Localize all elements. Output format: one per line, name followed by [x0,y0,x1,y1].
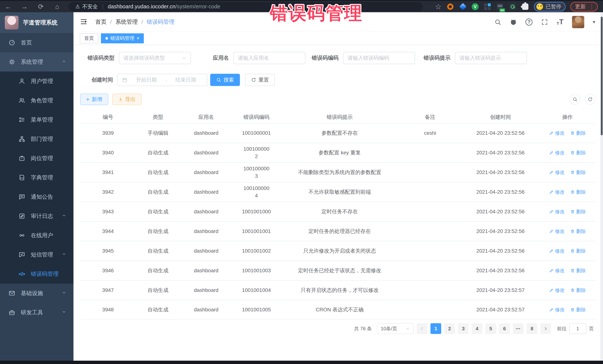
page-button-2[interactable]: 2 [444,323,455,334]
sidebar-item-7[interactable]: 字典管理 [0,168,73,187]
paused-label: 已暂停 [546,3,561,10]
tag-error-code[interactable]: 错误码管理 × [101,33,144,43]
edit-link[interactable]: 修改 [549,267,565,274]
github-icon[interactable] [510,19,517,26]
page-button-8[interactable]: 8 [527,323,537,334]
add-button[interactable]: + 新增 [80,94,108,105]
ext-grid-icon[interactable] [484,3,491,11]
sidebar-item-9[interactable]: 审计日志 [0,207,73,226]
browser-reload-icon[interactable]: ⟳ [37,3,45,11]
kebab-menu-icon[interactable]: ⋮ [589,3,595,10]
sidebar-item-4[interactable]: 菜单管理 [0,110,73,129]
fullscreen-icon[interactable] [541,19,548,26]
page-ellipsis-button[interactable]: ••• [513,323,524,334]
browser-back-icon[interactable]: ← [4,3,12,11]
edit-link[interactable]: 修改 [549,287,565,294]
column-header: 编号 [80,113,136,121]
page-button-3[interactable]: 3 [458,323,469,334]
ext-tampermonkey-icon[interactable]: on [496,3,504,11]
sidebar-item-5[interactable]: 部门管理 [0,129,73,149]
ext-green-icon[interactable]: V [472,3,479,10]
edit-link[interactable]: 修改 [549,228,565,235]
sidebar-item-2[interactable]: 用户管理 [0,72,73,91]
scrollbar-thumb[interactable] [601,17,603,135]
tag-home[interactable]: 首页 [80,33,98,43]
search-button[interactable]: 搜索 [210,74,240,86]
filter-app-input[interactable] [238,55,301,61]
prev-page-button[interactable] [417,323,428,334]
edit-link[interactable]: 修改 [549,169,565,176]
filter-hint-input[interactable] [459,55,522,61]
bookmark-star-icon[interactable]: ☆ [435,2,441,11]
delete-link[interactable]: 删除 [570,267,586,274]
ext-gem-icon[interactable] [459,3,467,11]
header-search-icon[interactable] [494,19,501,26]
edit-link[interactable]: 修改 [549,247,565,255]
sidebar-item-10[interactable]: 在线用户 [0,226,73,245]
error-code-table: 编号类型应用名错误码编码错误码提示备注创建时间操作 3939手动编辑dashbo… [80,111,596,320]
app-logo-row[interactable]: 芋道管理系统 [0,12,73,33]
delete-link[interactable]: 删除 [570,306,586,313]
date-range-picker[interactable]: 开始日期 - 结束日期 [117,74,207,86]
export-button[interactable]: 导出 [112,94,141,105]
ext-orange-icon[interactable] [446,3,454,11]
column-header: 操作 [539,113,596,121]
breadcrumb-system[interactable]: 系统管理 [116,18,138,26]
refresh-table-button[interactable] [585,94,596,105]
sidebar-item-1[interactable]: 系统管理 [0,52,73,72]
sidebar-item-14[interactable]: 研发工具 [0,303,73,322]
address-bar[interactable]: ⚠ 不安全 dashboard.yudao.iocoder.cn/system/… [69,2,423,11]
goto-page-input[interactable] [569,323,586,334]
delete-link[interactable]: 删除 [570,188,586,196]
edit-link[interactable]: 修改 [549,208,565,215]
filter-code-input[interactable] [348,55,411,61]
filter-type-select[interactable]: 请选择错误码类型 [119,52,191,64]
reset-button[interactable]: 重置 [245,74,275,86]
delete-link[interactable]: 删除 [570,129,586,137]
next-page-button[interactable] [540,323,551,334]
page-button-4[interactable]: 4 [472,323,482,334]
paused-pill[interactable]: 已暂停 [534,2,566,11]
sidebar-item-0[interactable]: 首页 [0,33,73,52]
delete-link[interactable]: 删除 [570,228,586,235]
browser-home-icon[interactable]: ⌂ [53,3,61,11]
edit-link[interactable]: 修改 [549,149,565,156]
sidebar-item-8[interactable]: 通知公告 [0,187,73,207]
ext-key-icon[interactable] [509,3,517,11]
trash-icon [570,249,575,253]
delete-link[interactable]: 删除 [570,287,586,294]
toggle-search-button[interactable] [570,94,580,105]
sidebar-item-11[interactable]: 短信管理 [0,245,73,264]
sidebar-item-6[interactable]: 岗位管理 [0,149,73,168]
avatar-caret-icon[interactable]: ▾ [593,19,595,25]
sidebar-item-13[interactable]: 基础设施 [0,284,73,303]
refresh-icon [251,77,256,82]
delete-link[interactable]: 删除 [570,169,586,176]
user-avatar[interactable] [572,16,584,28]
page-button-5[interactable]: 5 [485,323,496,334]
hamburger-icon[interactable] [80,18,88,26]
edit-link[interactable]: 修改 [549,129,565,137]
page-size-select[interactable]: 10条/页 [377,323,414,334]
sidebar-item-12[interactable]: </>错误码管理 [0,264,73,284]
edit-link[interactable]: 修改 [549,188,565,196]
tag-close-icon[interactable]: × [137,35,139,41]
gear-icon [8,59,16,65]
sidebar-item-3[interactable]: 角色管理 [0,91,73,110]
browser-forward-icon[interactable]: → [20,3,29,11]
window-scrollbar[interactable] [600,12,603,361]
font-size-icon[interactable]: TT [557,18,564,26]
help-icon[interactable]: ? [525,19,533,26]
breadcrumb-home[interactable]: 首页 [95,18,106,26]
page-button-6[interactable]: 6 [499,323,510,334]
delete-link[interactable]: 删除 [570,247,586,255]
page-button-1[interactable]: 1 [430,323,441,334]
security-warning[interactable]: ⚠ 不安全 [75,3,98,10]
ext-puzzle-icon[interactable] [521,3,529,11]
chevron-down-icon [62,213,66,219]
update-button[interactable]: 更新 ⋮ [570,2,598,11]
delete-link[interactable]: 删除 [570,149,586,156]
delete-link[interactable]: 删除 [570,208,586,215]
edit-link[interactable]: 修改 [549,306,565,313]
tags-bar: 首页 错误码管理 × [73,32,603,45]
